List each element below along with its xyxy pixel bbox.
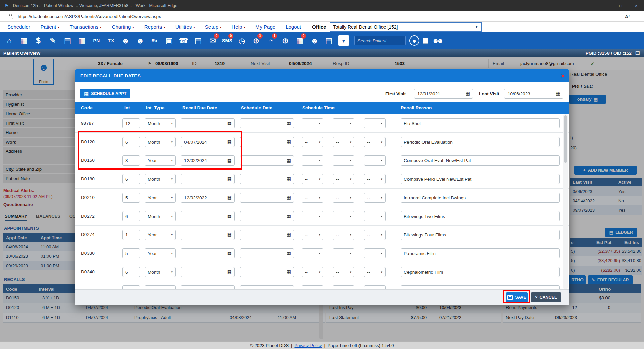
schedule-time-hour-select[interactable]: -- ▾ (302, 267, 323, 277)
schedule-time-hour-select[interactable]: -- ▾ (302, 118, 323, 128)
print-doc-icon[interactable]: ▤ (191, 33, 205, 48)
schedule-time-ampm-select[interactable]: -- ▾ (364, 230, 386, 240)
calendar-icon[interactable]: ▦ (227, 176, 232, 181)
inbox-icon[interactable]: ▼ (338, 35, 349, 46)
calendar-icon[interactable]: ▦ (556, 91, 560, 96)
schedule-time-ampm-select[interactable]: -- ▾ (364, 248, 386, 258)
calendar-icon[interactable]: ▦ (227, 251, 232, 255)
chat-icon[interactable]: ✉ 0 (205, 33, 220, 48)
alarm-icon[interactable]: ◔ 1 (264, 33, 278, 48)
recall-reason-input[interactable] (401, 137, 560, 147)
menu-help[interactable]: Help ▾ (232, 24, 245, 30)
interval-type-select[interactable]: Year ▾ (145, 248, 176, 258)
interval-input[interactable] (122, 174, 140, 184)
calendar-icon[interactable]: ▦ (287, 195, 291, 200)
schedule-time-ampm-select[interactable]: -- ▾ (364, 267, 386, 277)
menu-reports[interactable]: Reports ▾ (144, 24, 165, 30)
schedule-date-input[interactable] (240, 211, 294, 221)
patient-search-button[interactable]: ☻ (409, 35, 419, 46)
recall-due-date-input[interactable] (181, 118, 235, 128)
modal-close-icon[interactable]: × (561, 73, 565, 79)
schedule-time-hour-select[interactable]: -- ▾ (302, 193, 323, 203)
first-visit-input[interactable] (414, 89, 473, 99)
interval-input[interactable] (122, 230, 140, 240)
calendar-icon[interactable]: ▦ (287, 158, 291, 163)
add-account-icon[interactable]: ☻ (133, 33, 147, 48)
schedule-time-ampm-select[interactable]: -- ▾ (364, 174, 386, 184)
schedule-time-minute-select[interactable]: -- ▾ (333, 230, 354, 240)
patient-search-input[interactable] (354, 36, 406, 45)
recall-due-date-input[interactable] (181, 248, 235, 258)
interval-type-select[interactable]: Month ▾ (145, 174, 176, 184)
office-select[interactable]: Totally Real Dental Office [152] ▼ (330, 22, 482, 32)
menu-charting[interactable]: Charting ▾ (112, 24, 134, 30)
menu-logout[interactable]: Logout (286, 24, 301, 30)
treatment-icon[interactable]: TX (104, 33, 118, 48)
payments-icon[interactable]: $ (31, 33, 46, 48)
menu-scheduler[interactable]: Scheduler (7, 24, 30, 30)
recall-reason-input[interactable] (401, 155, 560, 166)
interval-type-select[interactable]: Year ▾ (145, 193, 176, 203)
schedule-icon[interactable]: ▦ (17, 33, 31, 48)
schedule-date-input[interactable] (240, 285, 294, 289)
calendar-check-icon[interactable]: ▦ 0 (293, 33, 307, 48)
menu-my-page[interactable]: My Page (255, 24, 275, 30)
schedule-date-input[interactable] (240, 137, 294, 147)
schedule-time-hour-select[interactable]: -- ▾ (302, 137, 323, 147)
schedule-time-minute-select[interactable]: -- ▾ (333, 137, 354, 147)
schedule-time-minute-select[interactable]: -- ▾ (333, 193, 354, 203)
close-button[interactable]: × (628, 0, 644, 11)
schedule-time-minute-select[interactable]: -- ▾ (333, 118, 354, 128)
menu-setup[interactable]: Setup ▾ (205, 24, 222, 30)
schedule-appt-button[interactable]: ▦ SCHEDULE APPT (80, 89, 130, 98)
clock-icon[interactable]: ◷ (234, 33, 249, 48)
menu-utilities[interactable]: Utilities ▾ (175, 24, 195, 30)
schedule-time-hour-select[interactable]: -- ▾ (302, 248, 323, 258)
schedule-time-ampm-select[interactable]: -- ▾ (364, 118, 386, 128)
schedule-date-input[interactable] (240, 267, 294, 277)
recall-due-date-input[interactable] (181, 267, 235, 277)
interval-input[interactable] (122, 267, 140, 277)
interval-type-select[interactable]: Month ▾ (145, 118, 176, 128)
toolbar-checkbox[interactable] (423, 38, 428, 44)
calendar-icon[interactable]: ▦ (466, 91, 470, 96)
recall-reason-input[interactable] (401, 248, 560, 258)
world-icon[interactable]: ⊕ (278, 33, 293, 48)
calendar-icon[interactable]: ▦ (227, 269, 232, 274)
interval-type-select[interactable]: Year ▾ (145, 230, 176, 240)
trash-icon[interactable]: ▥ (75, 33, 89, 48)
schedule-time-ampm-select[interactable]: -- ▾ (364, 137, 386, 147)
calendar-icon[interactable]: ▦ (287, 176, 291, 181)
schedule-time-minute-select[interactable]: -- ▾ (333, 155, 354, 166)
schedule-time-minute-select[interactable]: -- ▾ (333, 248, 354, 258)
recall-reason-input[interactable] (401, 285, 560, 289)
calendar-icon[interactable]: ▦ (287, 251, 291, 255)
recall-due-date-input[interactable] (181, 193, 235, 203)
recall-reason-input[interactable] (401, 193, 560, 203)
fee-edit-icon[interactable]: ✎ (46, 33, 60, 48)
schedule-time-ampm-select[interactable]: --▾ (364, 285, 386, 289)
interval-type-select[interactable]: ▾ (145, 285, 176, 289)
globe-icon[interactable]: ⊕ 1 (249, 33, 264, 48)
interval-input[interactable] (122, 193, 140, 203)
url-text[interactable]: https://dc.denticon.com/ASPX/Patients/Ad… (18, 14, 161, 19)
progress-notes-icon[interactable]: PN (89, 33, 104, 48)
schedule-time-hour-select[interactable]: --▾ (302, 285, 323, 289)
interval-input[interactable] (122, 285, 140, 289)
privacy-policy-link[interactable]: Privacy Policy (294, 343, 322, 348)
read-aloud-icon[interactable]: A⁾ (625, 14, 630, 19)
schedule-time-hour-select[interactable]: -- ▾ (302, 211, 323, 221)
interval-type-select[interactable]: Month ▾ (145, 211, 176, 221)
schedule-time-minute-select[interactable]: --▾ (333, 285, 354, 289)
recall-reason-input[interactable] (401, 118, 560, 128)
calendar-icon[interactable]: ▦ (227, 232, 232, 237)
sms-icon[interactable]: SMS 0 (220, 33, 234, 48)
menu-transactions[interactable]: Transactions ▾ (70, 24, 102, 30)
schedule-date-input[interactable] (240, 193, 294, 203)
minimize-button[interactable]: — (597, 0, 613, 11)
treatment-plan-icon[interactable]: ▤ (60, 33, 75, 48)
interval-input[interactable] (122, 211, 140, 221)
patient-group-icon[interactable]: ☻☻ (432, 37, 444, 45)
calendar-icon[interactable]: ▦ (287, 139, 291, 144)
print-icon[interactable]: ▤ (635, 50, 640, 56)
